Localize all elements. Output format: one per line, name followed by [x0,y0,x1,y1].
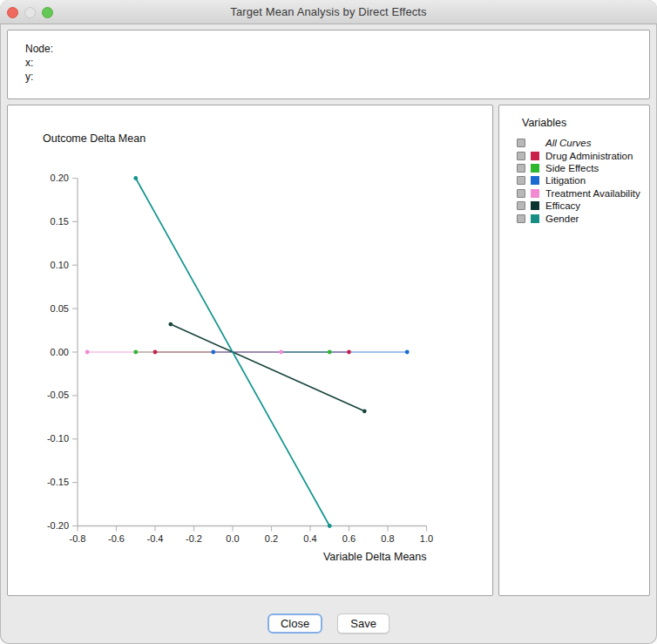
button-bar: Close Save [0,596,657,644]
legend-toggle-checkbox[interactable] [517,164,525,173]
legend-toggle-checkbox[interactable] [517,176,525,185]
close-window-icon[interactable] [7,7,18,18]
legend-color-swatch [531,189,539,198]
minimize-window-icon[interactable] [24,7,36,18]
legend-toggle-checkbox[interactable] [517,214,525,223]
legend-color-swatch [531,152,539,160]
y-tick-label: -0.15 [47,477,69,487]
legend-toggle-checkbox[interactable] [517,152,525,160]
legend-item: All Curves [517,137,649,149]
y-tick-label: 0.20 [51,173,69,183]
legend-color-swatch [531,214,539,223]
x-tick-label: 0.6 [342,533,356,544]
data-point [133,176,138,180]
window-title: Target Mean Analysis by Direct Effects [230,5,426,18]
data-point [347,350,351,355]
x-tick-label: -0.8 [70,533,86,544]
legend-items: All CurvesDrug AdministrationSide Effect… [522,137,649,225]
y-tick-label: 0.00 [51,347,69,357]
legend-item-label: Efficacy [545,200,580,211]
x-tick-label: 0.8 [381,533,394,544]
legend-item: Gender [517,212,649,224]
data-point [133,350,138,355]
legend-toggle-checkbox[interactable] [517,201,525,210]
data-point [153,350,158,355]
data-point [328,524,332,528]
legend-item-label: Treatment Availability [545,188,640,199]
legend-item-label: All Curves [545,138,591,148]
legend-item-label: Side Effects [545,163,599,173]
legend-item: Efficacy [517,200,649,212]
target-mean-chart[interactable]: 0.200.150.100.050.00-0.05-0.10-0.15-0.20… [8,105,492,595]
node-readout-label: Node: [25,42,649,56]
legend-color-swatch [531,164,539,173]
legend-toggle-checkbox[interactable] [517,189,525,198]
legend-color-swatch [531,176,539,185]
legend-title: Variables [522,117,649,129]
y-tick-label: -0.10 [47,433,69,444]
x-tick-label: 0.4 [303,533,316,544]
x-readout-label: x: [25,56,649,70]
x-tick-label: 0.2 [265,533,278,544]
close-button[interactable]: Close [268,613,322,634]
zoom-window-icon[interactable] [42,7,53,18]
window: Target Mean Analysis by Direct Effects N… [0,0,657,644]
data-point [211,350,215,355]
hover-readout-panel: Node: x: y: [7,30,650,99]
legend-toggle-checkbox[interactable] [517,139,525,147]
plot-panel: 0.200.150.100.050.00-0.05-0.10-0.15-0.20… [7,105,493,596]
x-axis-title: Variable Delta Means [323,551,427,563]
x-tick-label: -0.4 [147,533,164,544]
data-point [279,350,283,355]
legend-item-label: Gender [545,214,579,224]
x-tick-label: 0.0 [226,533,239,544]
variables-legend-panel: Variables All CurvesDrug AdministrationS… [498,105,650,596]
legend-item-label: Litigation [545,175,586,186]
data-point [85,350,90,355]
y-tick-label: 0.05 [51,303,69,314]
x-tick-label: 1.0 [420,533,433,544]
data-point [405,350,410,355]
legend-item: Side Effects [517,162,649,174]
y-tick-label: 0.10 [51,260,69,270]
legend-item-label: Drug Administration [545,151,633,161]
y-readout-label: y: [25,70,649,84]
y-tick-label: 0.15 [51,216,69,227]
y-axis-title: Outcome Delta Mean [43,132,146,145]
x-tick-label: -0.2 [186,533,202,544]
legend-color-swatch [531,201,539,210]
data-point [168,322,173,327]
y-tick-label: -0.05 [47,390,69,400]
legend-item: Drug Administration [517,149,649,161]
save-button[interactable]: Save [337,613,389,634]
series-line [171,324,364,411]
x-tick-label: -0.6 [108,533,125,544]
data-point [362,409,367,413]
legend-item: Treatment Availability [517,187,649,200]
y-tick-label: -0.20 [47,520,69,531]
legend-item: Litigation [517,174,649,186]
titlebar: Target Mean Analysis by Direct Effects [0,0,657,24]
data-point [328,350,332,355]
traffic-lights [7,7,53,18]
